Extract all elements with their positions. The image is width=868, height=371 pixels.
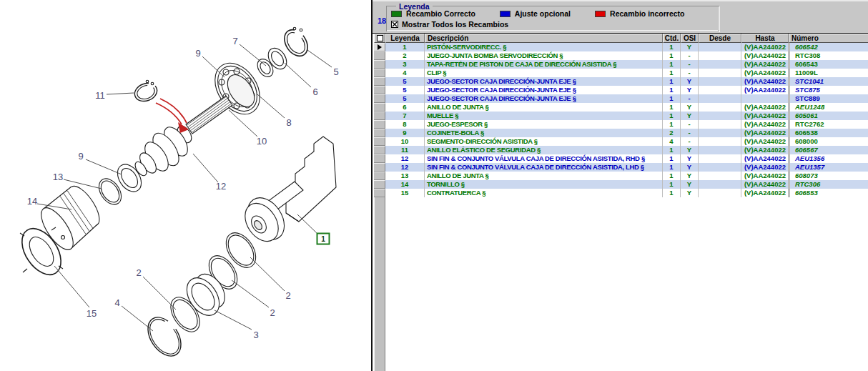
- row-selector[interactable]: [374, 146, 385, 154]
- row-selector[interactable]: [374, 51, 385, 60]
- cell-ctd: 1: [663, 86, 681, 94]
- callout-label-9[interactable]: 9: [195, 48, 200, 59]
- row-selector[interactable]: [374, 77, 385, 86]
- table-row[interactable]: 5JUEGO-SECTOR CAJA DIRECCIÓN-JUNTA EJE §…: [374, 94, 868, 103]
- row-selector[interactable]: [374, 189, 385, 197]
- callout-label-5[interactable]: 5: [333, 66, 338, 77]
- row-selector[interactable]: [374, 94, 385, 103]
- table-row[interactable]: 9COJINETE-BOLA §2-(V)AA244022606538: [374, 129, 868, 137]
- cell-numero: RTC308: [789, 51, 868, 60]
- cell-desde: [699, 60, 741, 69]
- diagram-highlight-callout[interactable]: 1: [317, 233, 330, 245]
- row-selector[interactable]: [374, 137, 385, 146]
- row-selector[interactable]: [374, 60, 385, 69]
- row-selector[interactable]: [374, 120, 385, 129]
- table-row[interactable]: 12SIN FIN & CONJUNTO VÁLVULA CAJA DE DIR…: [374, 154, 868, 163]
- table-row[interactable]: 8JUEGO-ESPESOR §1-(V)AA244022RTC2762: [374, 120, 868, 129]
- parts-list-panel: 18 Leyenda Recambio CorrectoAjuste opcio…: [371, 0, 868, 371]
- row-selector[interactable]: [374, 129, 385, 137]
- cell-numero: 605061: [789, 112, 868, 120]
- cell-hasta: (V)AA244022: [741, 146, 789, 154]
- callout-label-6[interactable]: 6: [312, 86, 317, 97]
- row-selector[interactable]: [374, 180, 385, 189]
- cell-descripcion: ANILLO ELÁSTICO DE SEGURIDAD §: [425, 146, 663, 154]
- cell-descripcion: SIN FIN & CONJUNTO VÁLVULA CAJA DE DIREC…: [425, 163, 663, 172]
- cell-ctd: 1: [663, 172, 681, 180]
- table-row[interactable]: 13ANILLO DE JUNTA §1Y(V)AA244022608073: [374, 172, 868, 180]
- select-all-cell[interactable]: [374, 34, 385, 43]
- table-row[interactable]: 4CLIP §1-(V)AA24402211009L: [374, 69, 868, 77]
- callout-label-4[interactable]: 4: [114, 297, 119, 308]
- cell-leyenda: 1: [385, 43, 425, 51]
- callout-label-9[interactable]: 9: [78, 151, 83, 162]
- table-row[interactable]: 3TAPA-RETÉN DE PISTON DE CAJA DE DIRECCI…: [374, 60, 868, 69]
- callout-label-12[interactable]: 12: [216, 181, 226, 192]
- table-row[interactable]: 1PISTÓN-SERVODIRECC. §1Y(V)AA24402260654…: [374, 43, 868, 51]
- callout-label-15[interactable]: 15: [87, 308, 97, 319]
- callout-label-2[interactable]: 2: [285, 290, 290, 301]
- callout-label-2[interactable]: 2: [270, 307, 275, 318]
- cell-descripcion: JUEGO-JUNTA BOMBA SERVODIRECCIÓN §: [425, 51, 663, 60]
- cell-numero: 606538: [789, 129, 868, 137]
- cell-desde: [699, 94, 741, 103]
- table-row[interactable]: 11ANILLO ELÁSTICO DE SEGURIDAD §1Y(V)AA2…: [374, 146, 868, 154]
- cell-descripcion: CONTRATUERCA §: [425, 189, 663, 197]
- callout-label-3[interactable]: 3: [253, 330, 258, 340]
- column-header-leyenda[interactable]: Leyenda: [385, 34, 425, 43]
- callout-label-8[interactable]: 8: [286, 117, 291, 128]
- table-row[interactable]: 12SIN FIN & CONJUNTO VÁLVULA CAJA DE DIR…: [374, 163, 868, 172]
- cell-numero: 608000: [789, 137, 868, 146]
- row-selector[interactable]: [374, 172, 385, 180]
- callout-label-7[interactable]: 7: [232, 36, 237, 46]
- cell-osi: -: [681, 69, 699, 77]
- table-row[interactable]: 6ANILLO DE JUNTA §1Y(V)AA244022AEU1248: [374, 103, 868, 112]
- cell-osi: Y: [681, 172, 699, 180]
- cell-desde: [699, 51, 741, 60]
- row-selector[interactable]: [374, 154, 385, 163]
- table-row[interactable]: 5JUEGO-SECTOR CAJA DIRECCIÓN-JUNTA EJE §…: [374, 86, 868, 94]
- column-header-descripcin[interactable]: Descripción: [425, 34, 663, 43]
- column-header-desde[interactable]: Desde: [699, 34, 741, 43]
- cell-ctd: 1: [663, 120, 681, 129]
- column-header-nmero[interactable]: Número: [789, 34, 868, 43]
- callout-label-11[interactable]: 11: [95, 90, 105, 101]
- row-selector[interactable]: [374, 163, 385, 172]
- cell-hasta: (V)AA244022: [741, 86, 789, 94]
- cell-ctd: 1: [663, 163, 681, 172]
- current-row-selector[interactable]: [374, 43, 385, 51]
- show-all-checkbox[interactable]: [391, 21, 398, 28]
- cell-osi: Y: [681, 86, 699, 94]
- callout-label-10[interactable]: 10: [257, 136, 267, 147]
- table-row[interactable]: 10SEGMENTO-DIRECCIÓN ASISTIDA §4-(V)AA24…: [374, 137, 868, 146]
- row-selector[interactable]: [374, 86, 385, 94]
- cell-leyenda: 8: [385, 120, 425, 129]
- cell-ctd: 1: [663, 77, 681, 86]
- cell-ctd: 1: [663, 69, 681, 77]
- cell-descripcion: JUEGO-ESPESOR §: [425, 120, 663, 129]
- cell-hasta: (V)AA244022: [741, 51, 789, 60]
- cell-descripcion: SIN FIN & CONJUNTO VÁLVULA CAJA DE DIREC…: [425, 154, 663, 163]
- column-header-hasta[interactable]: Hasta: [741, 34, 789, 43]
- callout-label-13[interactable]: 13: [53, 172, 63, 182]
- row-selector[interactable]: [374, 103, 385, 112]
- column-header-osi[interactable]: OSI: [681, 34, 699, 43]
- cell-leyenda: 11: [385, 146, 425, 154]
- row-selector[interactable]: [374, 69, 385, 77]
- table-row[interactable]: 14TORNILLO §1Y(V)AA244022RTC306: [374, 180, 868, 189]
- table-row[interactable]: 2JUEGO-JUNTA BOMBA SERVODIRECCIÓN §1-(V)…: [374, 51, 868, 60]
- column-header-ctd[interactable]: Ctd.: [663, 34, 681, 43]
- cell-descripcion: COJINETE-BOLA §: [425, 129, 663, 137]
- callout-label-2[interactable]: 2: [136, 267, 141, 278]
- cell-descripcion: JUEGO-SECTOR CAJA DIRECCIÓN-JUNTA EJE §: [425, 86, 663, 94]
- table-row[interactable]: 15CONTRATUERCA §1Y(V)AA244022606553: [374, 189, 868, 197]
- cell-hasta: (V)AA244022: [741, 69, 789, 77]
- table-row[interactable]: 5JUEGO-SECTOR CAJA DIRECCIÓN-JUNTA EJE §…: [374, 77, 868, 86]
- cell-desde: [699, 189, 741, 197]
- table-row[interactable]: 7MUELLE §1Y(V)AA244022605061: [374, 112, 868, 120]
- row-selector[interactable]: [374, 112, 385, 120]
- cell-desde: [699, 77, 741, 86]
- cell-desde: [699, 172, 741, 180]
- cell-ctd: 4: [663, 137, 681, 146]
- show-all-parts-option[interactable]: Mostrar Todos los Recambios: [391, 20, 508, 29]
- callout-label-14[interactable]: 14: [27, 196, 37, 207]
